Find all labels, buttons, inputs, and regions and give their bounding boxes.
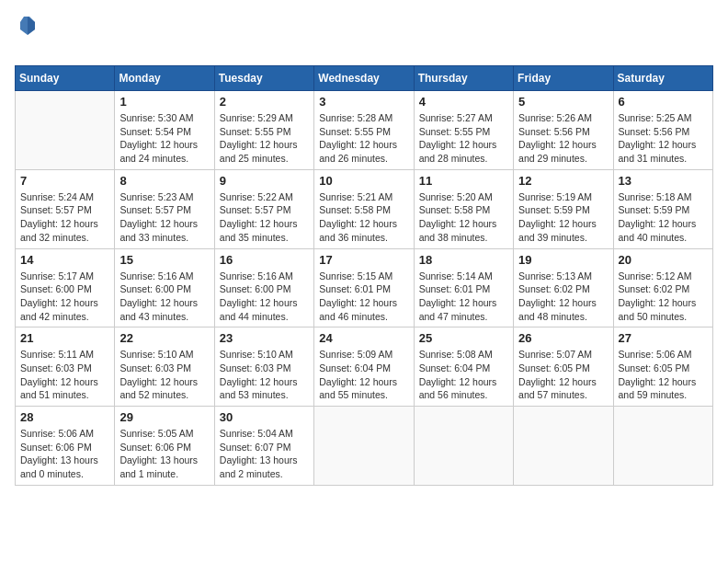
cell-info: Sunrise: 5:21 AM Sunset: 5:58 PM Dayligh… [319, 190, 408, 245]
day-number: 28 [20, 410, 109, 424]
logo-icon [17, 15, 39, 37]
calendar-cell: 14Sunrise: 5:17 AM Sunset: 6:00 PM Dayli… [16, 248, 115, 327]
cell-info: Sunrise: 5:20 AM Sunset: 5:58 PM Dayligh… [419, 190, 508, 245]
day-number: 27 [619, 331, 708, 345]
calendar-week-row: 14Sunrise: 5:17 AM Sunset: 6:00 PM Dayli… [16, 248, 713, 327]
cell-info: Sunrise: 5:28 AM Sunset: 5:55 PM Dayligh… [319, 111, 408, 166]
day-number: 24 [319, 331, 408, 345]
day-number: 14 [20, 253, 109, 267]
day-number: 26 [518, 331, 608, 345]
cell-info: Sunrise: 5:17 AM Sunset: 6:00 PM Dayligh… [20, 270, 109, 324]
calendar-cell: 19Sunrise: 5:13 AM Sunset: 6:02 PM Dayli… [514, 248, 613, 327]
calendar-cell: 7Sunrise: 5:24 AM Sunset: 5:57 PM Daylig… [16, 169, 115, 248]
day-number: 11 [419, 174, 508, 188]
cell-info: Sunrise: 5:19 AM Sunset: 5:59 PM Dayligh… [518, 190, 608, 245]
calendar-cell: 15Sunrise: 5:16 AM Sunset: 6:00 PM Dayli… [115, 248, 214, 327]
cell-info: Sunrise: 5:06 AM Sunset: 6:06 PM Dayligh… [20, 427, 109, 481]
calendar-cell: 1Sunrise: 5:30 AM Sunset: 5:54 PM Daylig… [115, 91, 214, 170]
cell-info: Sunrise: 5:24 AM Sunset: 5:57 PM Dayligh… [20, 190, 109, 245]
calendar-cell: 29Sunrise: 5:05 AM Sunset: 6:06 PM Dayli… [115, 407, 214, 486]
cell-info: Sunrise: 5:15 AM Sunset: 6:01 PM Dayligh… [319, 270, 408, 324]
calendar-cell: 6Sunrise: 5:25 AM Sunset: 5:56 PM Daylig… [613, 91, 712, 170]
calendar-cell [414, 407, 513, 486]
calendar-cell: 30Sunrise: 5:04 AM Sunset: 6:07 PM Dayli… [214, 407, 313, 486]
cell-info: Sunrise: 5:06 AM Sunset: 6:05 PM Dayligh… [619, 348, 708, 402]
weekday-header: Tuesday [214, 66, 313, 91]
cell-info: Sunrise: 5:14 AM Sunset: 6:01 PM Dayligh… [419, 270, 508, 324]
cell-info: Sunrise: 5:23 AM Sunset: 5:57 PM Dayligh… [119, 190, 209, 245]
calendar-cell: 21Sunrise: 5:11 AM Sunset: 6:03 PM Dayli… [16, 327, 115, 407]
calendar-cell: 24Sunrise: 5:09 AM Sunset: 6:04 PM Dayli… [314, 327, 414, 407]
calendar-cell: 16Sunrise: 5:16 AM Sunset: 6:00 PM Dayli… [214, 248, 313, 327]
cell-info: Sunrise: 5:30 AM Sunset: 5:54 PM Dayligh… [119, 111, 209, 166]
day-number: 8 [119, 174, 209, 188]
calendar-cell: 25Sunrise: 5:08 AM Sunset: 6:04 PM Dayli… [414, 327, 513, 407]
cell-info: Sunrise: 5:10 AM Sunset: 6:03 PM Dayligh… [119, 348, 209, 402]
day-number: 17 [319, 253, 408, 267]
cell-info: Sunrise: 5:18 AM Sunset: 5:59 PM Dayligh… [619, 190, 708, 245]
day-number: 12 [518, 174, 608, 188]
day-number: 19 [518, 253, 608, 267]
cell-info: Sunrise: 5:10 AM Sunset: 6:03 PM Dayligh… [220, 348, 309, 402]
cell-info: Sunrise: 5:07 AM Sunset: 6:05 PM Dayligh… [518, 348, 608, 402]
day-number: 7 [20, 174, 109, 188]
calendar-table: SundayMondayTuesdayWednesdayThursdayFrid… [15, 65, 713, 486]
calendar-cell: 10Sunrise: 5:21 AM Sunset: 5:58 PM Dayli… [314, 169, 414, 248]
cell-info: Sunrise: 5:16 AM Sunset: 6:00 PM Dayligh… [119, 270, 209, 324]
calendar-week-row: 1Sunrise: 5:30 AM Sunset: 5:54 PM Daylig… [16, 91, 713, 170]
calendar-cell: 20Sunrise: 5:12 AM Sunset: 6:02 PM Dayli… [613, 248, 712, 327]
day-number: 21 [20, 331, 109, 345]
logo [15, 15, 39, 56]
day-number: 6 [619, 95, 708, 109]
cell-info: Sunrise: 5:25 AM Sunset: 5:56 PM Dayligh… [619, 111, 708, 166]
day-number: 20 [619, 253, 708, 267]
day-number: 4 [419, 95, 508, 109]
day-number: 29 [119, 410, 209, 424]
calendar-header-row: SundayMondayTuesdayWednesdayThursdayFrid… [16, 66, 713, 91]
calendar-cell [314, 407, 414, 486]
cell-info: Sunrise: 5:29 AM Sunset: 5:55 PM Dayligh… [220, 111, 309, 166]
calendar-cell: 4Sunrise: 5:27 AM Sunset: 5:55 PM Daylig… [414, 91, 513, 170]
calendar-cell: 17Sunrise: 5:15 AM Sunset: 6:01 PM Dayli… [314, 248, 414, 327]
cell-info: Sunrise: 5:05 AM Sunset: 6:06 PM Dayligh… [119, 427, 209, 481]
calendar-cell: 27Sunrise: 5:06 AM Sunset: 6:05 PM Dayli… [613, 327, 712, 407]
weekday-header: Monday [115, 66, 214, 91]
calendar-cell: 11Sunrise: 5:20 AM Sunset: 5:58 PM Dayli… [414, 169, 513, 248]
cell-info: Sunrise: 5:04 AM Sunset: 6:07 PM Dayligh… [220, 427, 309, 481]
day-number: 5 [518, 95, 608, 109]
day-number: 13 [619, 174, 708, 188]
calendar-cell: 2Sunrise: 5:29 AM Sunset: 5:55 PM Daylig… [214, 91, 313, 170]
day-number: 10 [319, 174, 408, 188]
cell-info: Sunrise: 5:22 AM Sunset: 5:57 PM Dayligh… [220, 190, 309, 245]
calendar-cell: 26Sunrise: 5:07 AM Sunset: 6:05 PM Dayli… [514, 327, 613, 407]
page-header [15, 15, 713, 56]
weekday-header: Sunday [16, 66, 115, 91]
day-number: 23 [220, 331, 309, 345]
calendar-cell: 3Sunrise: 5:28 AM Sunset: 5:55 PM Daylig… [314, 91, 414, 170]
calendar-cell [514, 407, 613, 486]
calendar-cell [16, 91, 115, 170]
calendar-week-row: 21Sunrise: 5:11 AM Sunset: 6:03 PM Dayli… [16, 327, 713, 407]
day-number: 22 [119, 331, 209, 345]
calendar-cell: 5Sunrise: 5:26 AM Sunset: 5:56 PM Daylig… [514, 91, 613, 170]
calendar-cell: 12Sunrise: 5:19 AM Sunset: 5:59 PM Dayli… [514, 169, 613, 248]
calendar-cell: 8Sunrise: 5:23 AM Sunset: 5:57 PM Daylig… [115, 169, 214, 248]
day-number: 30 [220, 410, 309, 424]
day-number: 9 [220, 174, 309, 188]
calendar-cell: 28Sunrise: 5:06 AM Sunset: 6:06 PM Dayli… [16, 407, 115, 486]
calendar-week-row: 28Sunrise: 5:06 AM Sunset: 6:06 PM Dayli… [16, 407, 713, 486]
cell-info: Sunrise: 5:26 AM Sunset: 5:56 PM Dayligh… [518, 111, 608, 166]
weekday-header: Friday [514, 66, 613, 91]
cell-info: Sunrise: 5:09 AM Sunset: 6:04 PM Dayligh… [319, 348, 408, 402]
cell-info: Sunrise: 5:11 AM Sunset: 6:03 PM Dayligh… [20, 348, 109, 402]
calendar-week-row: 7Sunrise: 5:24 AM Sunset: 5:57 PM Daylig… [16, 169, 713, 248]
day-number: 15 [119, 253, 209, 267]
cell-info: Sunrise: 5:27 AM Sunset: 5:55 PM Dayligh… [419, 111, 508, 166]
day-number: 2 [220, 95, 309, 109]
weekday-header: Saturday [613, 66, 712, 91]
weekday-header: Thursday [414, 66, 513, 91]
day-number: 16 [220, 253, 309, 267]
calendar-cell [613, 407, 712, 486]
calendar-cell: 9Sunrise: 5:22 AM Sunset: 5:57 PM Daylig… [214, 169, 313, 248]
day-number: 25 [419, 331, 508, 345]
